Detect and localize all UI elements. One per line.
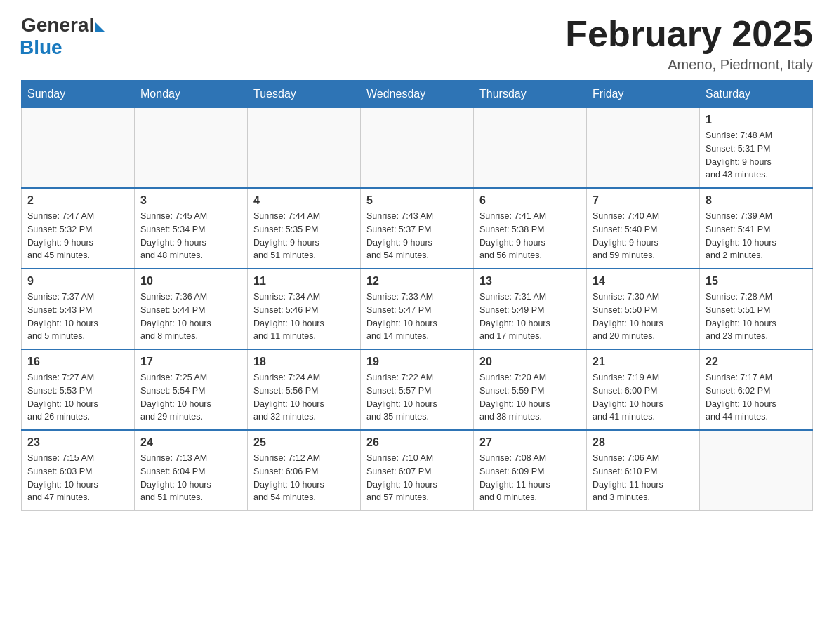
day-info: Sunrise: 7:37 AM Sunset: 5:43 PM Dayligh… bbox=[27, 290, 128, 343]
day-number: 27 bbox=[479, 436, 581, 449]
day-number: 14 bbox=[593, 275, 694, 288]
day-number: 28 bbox=[593, 436, 694, 449]
weekday-header-monday: Monday bbox=[135, 81, 248, 108]
calendar-cell: 1Sunrise: 7:48 AM Sunset: 5:31 PM Daylig… bbox=[700, 108, 813, 189]
calendar-cell: 2Sunrise: 7:47 AM Sunset: 5:32 PM Daylig… bbox=[22, 188, 135, 269]
logo: General Blue bbox=[21, 14, 105, 59]
day-info: Sunrise: 7:25 AM Sunset: 5:54 PM Dayligh… bbox=[140, 371, 241, 424]
day-number: 19 bbox=[366, 356, 468, 368]
calendar-cell: 5Sunrise: 7:43 AM Sunset: 5:37 PM Daylig… bbox=[361, 188, 474, 269]
day-info: Sunrise: 7:17 AM Sunset: 6:02 PM Dayligh… bbox=[706, 371, 807, 424]
day-number: 7 bbox=[593, 194, 694, 207]
day-info: Sunrise: 7:34 AM Sunset: 5:46 PM Dayligh… bbox=[253, 290, 355, 343]
calendar-cell: 13Sunrise: 7:31 AM Sunset: 5:49 PM Dayli… bbox=[474, 269, 587, 349]
calendar-cell: 18Sunrise: 7:24 AM Sunset: 5:56 PM Dayli… bbox=[248, 349, 361, 430]
day-info: Sunrise: 7:10 AM Sunset: 6:07 PM Dayligh… bbox=[366, 452, 468, 504]
day-info: Sunrise: 7:33 AM Sunset: 5:47 PM Dayligh… bbox=[366, 290, 468, 343]
day-number: 13 bbox=[479, 275, 581, 288]
calendar-cell: 4Sunrise: 7:44 AM Sunset: 5:35 PM Daylig… bbox=[248, 188, 361, 269]
day-number: 4 bbox=[253, 194, 355, 207]
calendar-cell: 24Sunrise: 7:13 AM Sunset: 6:04 PM Dayli… bbox=[135, 430, 248, 511]
day-number: 20 bbox=[479, 356, 581, 368]
day-number: 16 bbox=[27, 356, 128, 368]
weekday-header-tuesday: Tuesday bbox=[248, 81, 361, 108]
day-info: Sunrise: 7:08 AM Sunset: 6:09 PM Dayligh… bbox=[479, 452, 581, 504]
day-number: 24 bbox=[140, 436, 241, 449]
calendar-cell bbox=[22, 108, 135, 189]
day-number: 23 bbox=[27, 436, 128, 449]
calendar-week-row: 1Sunrise: 7:48 AM Sunset: 5:31 PM Daylig… bbox=[22, 108, 813, 189]
weekday-header-thursday: Thursday bbox=[474, 81, 587, 108]
calendar-cell: 28Sunrise: 7:06 AM Sunset: 6:10 PM Dayli… bbox=[587, 430, 700, 511]
calendar-cell bbox=[700, 430, 813, 511]
calendar-week-row: 16Sunrise: 7:27 AM Sunset: 5:53 PM Dayli… bbox=[22, 349, 813, 430]
day-info: Sunrise: 7:41 AM Sunset: 5:38 PM Dayligh… bbox=[479, 210, 581, 262]
calendar-cell bbox=[248, 108, 361, 189]
weekday-header-wednesday: Wednesday bbox=[361, 81, 474, 108]
calendar-cell bbox=[135, 108, 248, 189]
calendar-cell bbox=[361, 108, 474, 189]
day-info: Sunrise: 7:20 AM Sunset: 5:59 PM Dayligh… bbox=[479, 371, 581, 424]
day-info: Sunrise: 7:15 AM Sunset: 6:03 PM Dayligh… bbox=[27, 452, 128, 504]
day-info: Sunrise: 7:48 AM Sunset: 5:31 PM Dayligh… bbox=[706, 129, 807, 182]
day-info: Sunrise: 7:27 AM Sunset: 5:53 PM Dayligh… bbox=[27, 371, 128, 424]
calendar-cell: 8Sunrise: 7:39 AM Sunset: 5:41 PM Daylig… bbox=[700, 188, 813, 269]
day-info: Sunrise: 7:22 AM Sunset: 5:57 PM Dayligh… bbox=[366, 371, 468, 424]
day-info: Sunrise: 7:44 AM Sunset: 5:35 PM Dayligh… bbox=[253, 210, 355, 262]
calendar-cell: 19Sunrise: 7:22 AM Sunset: 5:57 PM Dayli… bbox=[361, 349, 474, 430]
calendar-week-row: 2Sunrise: 7:47 AM Sunset: 5:32 PM Daylig… bbox=[22, 188, 813, 269]
calendar-cell: 22Sunrise: 7:17 AM Sunset: 6:02 PM Dayli… bbox=[700, 349, 813, 430]
day-number: 5 bbox=[366, 194, 468, 207]
calendar-cell: 12Sunrise: 7:33 AM Sunset: 5:47 PM Dayli… bbox=[361, 269, 474, 349]
calendar-cell: 17Sunrise: 7:25 AM Sunset: 5:54 PM Dayli… bbox=[135, 349, 248, 430]
day-number: 11 bbox=[253, 275, 355, 288]
month-title: February 2025 bbox=[565, 14, 813, 54]
day-number: 26 bbox=[366, 436, 468, 449]
weekday-header-row: SundayMondayTuesdayWednesdayThursdayFrid… bbox=[22, 81, 813, 108]
calendar-week-row: 23Sunrise: 7:15 AM Sunset: 6:03 PM Dayli… bbox=[22, 430, 813, 511]
day-info: Sunrise: 7:24 AM Sunset: 5:56 PM Dayligh… bbox=[253, 371, 355, 424]
day-number: 22 bbox=[706, 356, 807, 368]
day-number: 9 bbox=[27, 275, 128, 288]
calendar-cell: 7Sunrise: 7:40 AM Sunset: 5:40 PM Daylig… bbox=[587, 188, 700, 269]
calendar-cell: 20Sunrise: 7:20 AM Sunset: 5:59 PM Dayli… bbox=[474, 349, 587, 430]
weekday-header-sunday: Sunday bbox=[22, 81, 135, 108]
day-number: 8 bbox=[706, 194, 807, 207]
location: Ameno, Piedmont, Italy bbox=[565, 57, 813, 73]
day-info: Sunrise: 7:31 AM Sunset: 5:49 PM Dayligh… bbox=[479, 290, 581, 343]
day-info: Sunrise: 7:47 AM Sunset: 5:32 PM Dayligh… bbox=[27, 210, 128, 262]
calendar-cell bbox=[587, 108, 700, 189]
weekday-header-friday: Friday bbox=[587, 81, 700, 108]
calendar-cell: 16Sunrise: 7:27 AM Sunset: 5:53 PM Dayli… bbox=[22, 349, 135, 430]
logo-arrow-icon bbox=[95, 22, 105, 32]
day-number: 10 bbox=[140, 275, 241, 288]
calendar-week-row: 9Sunrise: 7:37 AM Sunset: 5:43 PM Daylig… bbox=[22, 269, 813, 349]
page-header: General Blue February 2025 Ameno, Piedmo… bbox=[21, 14, 813, 73]
day-number: 17 bbox=[140, 356, 241, 368]
day-info: Sunrise: 7:30 AM Sunset: 5:50 PM Dayligh… bbox=[593, 290, 694, 343]
calendar-table: SundayMondayTuesdayWednesdayThursdayFrid… bbox=[21, 80, 813, 511]
logo-blue-text: Blue bbox=[20, 36, 62, 59]
calendar-cell: 10Sunrise: 7:36 AM Sunset: 5:44 PM Dayli… bbox=[135, 269, 248, 349]
day-number: 3 bbox=[140, 194, 241, 207]
calendar-cell: 21Sunrise: 7:19 AM Sunset: 6:00 PM Dayli… bbox=[587, 349, 700, 430]
calendar-cell: 25Sunrise: 7:12 AM Sunset: 6:06 PM Dayli… bbox=[248, 430, 361, 511]
day-number: 18 bbox=[253, 356, 355, 368]
day-info: Sunrise: 7:13 AM Sunset: 6:04 PM Dayligh… bbox=[140, 452, 241, 504]
calendar-cell: 23Sunrise: 7:15 AM Sunset: 6:03 PM Dayli… bbox=[22, 430, 135, 511]
calendar-cell: 3Sunrise: 7:45 AM Sunset: 5:34 PM Daylig… bbox=[135, 188, 248, 269]
day-number: 12 bbox=[366, 275, 468, 288]
day-info: Sunrise: 7:36 AM Sunset: 5:44 PM Dayligh… bbox=[140, 290, 241, 343]
logo-general-text: General bbox=[21, 14, 94, 36]
calendar-cell: 9Sunrise: 7:37 AM Sunset: 5:43 PM Daylig… bbox=[22, 269, 135, 349]
calendar-cell: 15Sunrise: 7:28 AM Sunset: 5:51 PM Dayli… bbox=[700, 269, 813, 349]
title-section: February 2025 Ameno, Piedmont, Italy bbox=[565, 14, 813, 73]
weekday-header-saturday: Saturday bbox=[700, 81, 813, 108]
calendar-cell: 26Sunrise: 7:10 AM Sunset: 6:07 PM Dayli… bbox=[361, 430, 474, 511]
day-number: 15 bbox=[706, 275, 807, 288]
calendar-cell: 6Sunrise: 7:41 AM Sunset: 5:38 PM Daylig… bbox=[474, 188, 587, 269]
day-info: Sunrise: 7:43 AM Sunset: 5:37 PM Dayligh… bbox=[366, 210, 468, 262]
day-info: Sunrise: 7:12 AM Sunset: 6:06 PM Dayligh… bbox=[253, 452, 355, 504]
day-info: Sunrise: 7:19 AM Sunset: 6:00 PM Dayligh… bbox=[593, 371, 694, 424]
calendar-cell: 14Sunrise: 7:30 AM Sunset: 5:50 PM Dayli… bbox=[587, 269, 700, 349]
